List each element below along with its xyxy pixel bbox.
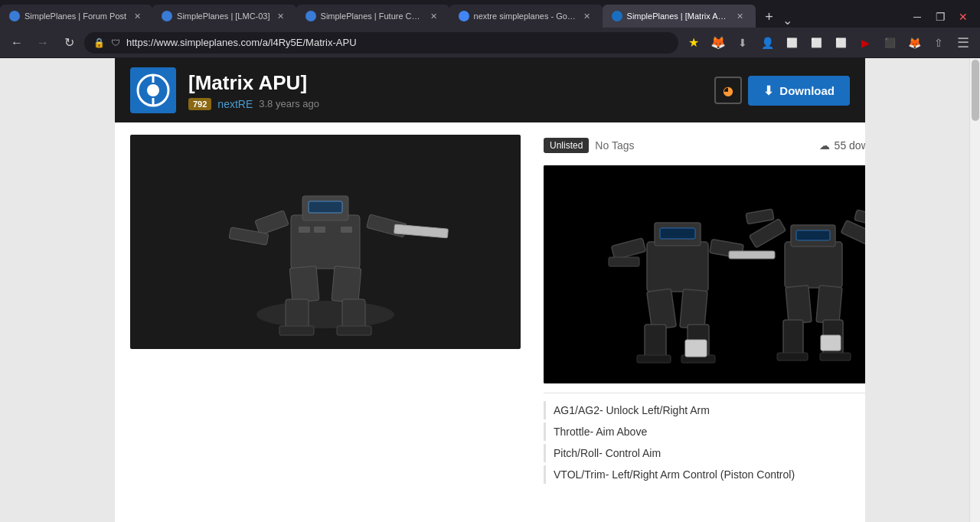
- desc-line-4: VTOL/Trim- Left/Right Arm Control (Pisto…: [544, 465, 865, 484]
- tab-label-2: SimplePlanes | [LMC-03]: [177, 11, 270, 21]
- svg-rect-30: [647, 289, 677, 330]
- svg-rect-13: [332, 266, 361, 303]
- svg-rect-50: [820, 353, 851, 361]
- desc-line-2: Throttle- Aim Above: [544, 422, 865, 441]
- tab-close-5[interactable]: ✕: [734, 10, 746, 22]
- svg-rect-39: [796, 230, 830, 240]
- svg-rect-6: [291, 215, 360, 269]
- extensions-icon5[interactable]: ⬛: [879, 32, 900, 54]
- restore-button[interactable]: ❐: [929, 6, 951, 28]
- forward-button[interactable]: →: [32, 32, 54, 54]
- url-display: https://www.simpleplanes.com/a/l4Ry5E/Ma…: [126, 37, 357, 48]
- header-actions: ◕ ⬇ Download: [714, 76, 850, 106]
- svg-rect-25: [660, 228, 695, 239]
- svg-rect-48: [821, 335, 841, 351]
- svg-rect-46: [783, 320, 803, 357]
- tab-favicon-5: [612, 11, 622, 21]
- extensions-icon3[interactable]: ⬜: [830, 32, 851, 54]
- extensions-icon4[interactable]: ▶: [854, 32, 876, 54]
- download-label: Download: [779, 84, 835, 97]
- svg-rect-17: [337, 326, 371, 335]
- tab-close-4[interactable]: ✕: [581, 10, 593, 22]
- tab-favicon-1: [9, 11, 20, 21]
- address-bar[interactable]: 🔒 🛡 https://www.simpleplanes.com/a/l4Ry5…: [84, 32, 678, 54]
- scrollbar-thumb[interactable]: [972, 60, 979, 121]
- author-name[interactable]: nextRE: [217, 98, 253, 110]
- tab-label-1: SimplePlanes | Forum Post: [24, 11, 126, 21]
- tags-area: Unlisted No Tags: [544, 138, 634, 153]
- svg-rect-23: [647, 242, 708, 292]
- download-count: 55 downloads: [835, 139, 865, 152]
- visibility-badge: Unlisted: [544, 138, 589, 153]
- tab-future-car[interactable]: SimplePlanes | Future Car... ✕: [296, 5, 449, 28]
- extensions-icon1[interactable]: ⬜: [781, 32, 802, 54]
- svg-rect-45: [816, 285, 842, 324]
- meta-row: Unlisted No Tags ☁ 55 downloads ▾: [544, 135, 865, 156]
- svg-rect-20: [314, 227, 325, 233]
- extensions-icon2[interactable]: ⬜: [805, 32, 827, 54]
- tab-matrix-apu[interactable]: SimplePlanes | [Matrix APU] ✕: [603, 5, 756, 28]
- tab-overflow-button[interactable]: ⌄: [780, 12, 795, 28]
- tab-lmc[interactable]: SimplePlanes | [LMC-03] ✕: [152, 5, 296, 28]
- description-section: AG1/AG2- Unlock Left/Right Arm Throttle-…: [544, 393, 865, 484]
- lock-icon: 🔒: [93, 38, 105, 48]
- menu-button[interactable]: ☰: [952, 32, 974, 54]
- robot-image-right: [544, 165, 865, 383]
- tab-google-search[interactable]: nextre simpleplanes - Google... ✕: [449, 5, 603, 28]
- svg-point-5: [256, 301, 394, 328]
- svg-rect-34: [637, 355, 671, 363]
- svg-rect-31: [680, 289, 707, 330]
- secondary-image: [544, 165, 865, 383]
- tab-favicon-2: [162, 11, 172, 21]
- site-header: [Matrix APU] 792 nextRE 3.8 years ago ◕ …: [115, 58, 865, 122]
- svg-rect-49: [777, 353, 808, 361]
- svg-rect-21: [341, 227, 352, 233]
- tags-label: No Tags: [595, 139, 634, 152]
- site-logo: [130, 67, 176, 113]
- svg-rect-15: [342, 299, 365, 330]
- new-tab-button[interactable]: +: [759, 6, 780, 28]
- downloads-info: ☁ 55 downloads ▾: [819, 135, 865, 156]
- account-icon[interactable]: 👤: [756, 32, 778, 54]
- desc-line-3: Pitch/Roll- Control Aim: [544, 444, 865, 462]
- tab-favicon-4: [459, 11, 469, 21]
- rss-button[interactable]: ◕: [714, 77, 742, 104]
- svg-rect-44: [786, 285, 812, 324]
- firefox-logo: 🦊: [707, 32, 729, 54]
- svg-rect-37: [785, 242, 842, 288]
- minimize-button[interactable]: ─: [906, 6, 928, 28]
- tab-label-3: SimplePlanes | Future Car...: [321, 11, 423, 21]
- cloud-download-icon: ☁: [819, 139, 830, 152]
- tab-close-3[interactable]: ✕: [428, 10, 440, 22]
- close-window-button[interactable]: ✕: [952, 6, 974, 28]
- extensions-icon6[interactable]: 🦊: [903, 32, 925, 54]
- shield-icon: 🛡: [111, 38, 120, 48]
- rss-icon: ◕: [723, 83, 733, 98]
- tab-label-4: nextre simpleplanes - Google...: [474, 11, 577, 21]
- main-image: [130, 135, 521, 349]
- svg-rect-12: [289, 266, 319, 303]
- tab-close-2[interactable]: ✕: [275, 10, 287, 22]
- desc-line-1: AG1/AG2- Unlock Left/Right Arm: [544, 401, 865, 419]
- points-badge: 792: [188, 98, 211, 110]
- svg-rect-16: [279, 326, 314, 335]
- svg-rect-36: [685, 340, 707, 357]
- tab-forum-post[interactable]: SimplePlanes | Forum Post ✕: [0, 5, 152, 28]
- header-info: [Matrix APU] 792 nextRE 3.8 years ago: [188, 71, 702, 110]
- svg-rect-32: [645, 325, 666, 359]
- svg-rect-18: [309, 201, 342, 213]
- tab-label-5: SimplePlanes | [Matrix APU]: [627, 11, 730, 21]
- tab-close-1[interactable]: ✕: [131, 10, 143, 22]
- page-title: [Matrix APU]: [188, 71, 702, 95]
- svg-rect-29: [609, 257, 639, 266]
- share-icon[interactable]: ⇧: [928, 32, 949, 54]
- download-button[interactable]: ⬇ Download: [748, 76, 850, 106]
- reload-button[interactable]: ↻: [58, 32, 80, 54]
- left-panel: [130, 135, 528, 487]
- back-button[interactable]: ←: [6, 32, 28, 54]
- download-manager-icon[interactable]: ⬇: [732, 32, 753, 54]
- post-age: 3.8 years ago: [259, 98, 319, 109]
- svg-rect-28: [729, 251, 775, 259]
- simpleplanes-logo-icon: [136, 73, 170, 107]
- star-button[interactable]: ★: [683, 32, 704, 54]
